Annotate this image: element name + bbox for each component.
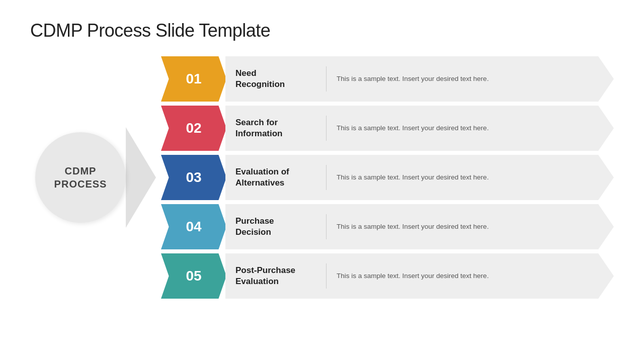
step-divider-5 xyxy=(326,263,327,289)
step-row-2: 02Search for InformationThis is a sample… xyxy=(161,106,614,151)
circle-text-line1: CDMP xyxy=(65,164,97,177)
step-number-4: 04 xyxy=(186,219,201,235)
step-divider-2 xyxy=(326,116,327,141)
page-title: CDMP Process Slide Template xyxy=(30,20,614,41)
step-content-bar-1: Need RecognitionThis is a sample text. I… xyxy=(225,56,614,102)
circle-text-line2: PROCESS xyxy=(54,177,107,191)
cdmp-circle: CDMP PROCESS xyxy=(35,132,126,223)
step-number-shape-2: 02 xyxy=(161,106,226,151)
step-label-1: Need Recognition xyxy=(235,68,316,90)
step-row-3: 03Evaluation of AlternativesThis is a sa… xyxy=(161,155,614,200)
step-description-4: This is a sample text. Insert your desir… xyxy=(337,222,584,232)
step-row-5: 05Post-Purchase EvaluationThis is a samp… xyxy=(161,253,614,299)
step-description-5: This is a sample text. Insert your desir… xyxy=(337,271,584,281)
step-number-5: 05 xyxy=(186,268,201,284)
step-number-shape-5: 05 xyxy=(161,253,226,299)
step-number-3: 03 xyxy=(186,169,201,186)
content-area: CDMP PROCESS 01Need RecognitionThis is a… xyxy=(30,56,614,299)
step-divider-3 xyxy=(326,165,327,190)
step-label-2: Search for Information xyxy=(235,117,316,139)
step-number-shape-4: 04 xyxy=(161,204,226,249)
step-divider-4 xyxy=(326,214,327,239)
step-label-5: Post-Purchase Evaluation xyxy=(235,265,316,287)
step-description-2: This is a sample text. Insert your desir… xyxy=(337,123,584,133)
step-number-2: 02 xyxy=(186,120,201,136)
step-description-3: This is a sample text. Insert your desir… xyxy=(337,172,584,183)
step-label-4: Purchase Decision xyxy=(235,216,316,238)
step-content-bar-2: Search for InformationThis is a sample t… xyxy=(225,106,614,151)
step-label-3: Evaluation of Alternatives xyxy=(235,166,316,189)
triangle-connector xyxy=(126,127,156,228)
circle-container: CDMP PROCESS xyxy=(30,127,131,228)
step-content-bar-4: Purchase DecisionThis is a sample text. … xyxy=(225,204,614,249)
step-content-bar-3: Evaluation of AlternativesThis is a samp… xyxy=(225,155,614,200)
steps-container: 01Need RecognitionThis is a sample text.… xyxy=(161,56,614,299)
step-row-4: 04Purchase DecisionThis is a sample text… xyxy=(161,204,614,249)
slide: CDMP Process Slide Template CDMP PROCESS… xyxy=(0,0,644,362)
step-row-1: 01Need RecognitionThis is a sample text.… xyxy=(161,56,614,102)
step-content-bar-5: Post-Purchase EvaluationThis is a sample… xyxy=(225,253,614,299)
step-number-1: 01 xyxy=(186,71,201,87)
step-number-shape-3: 03 xyxy=(161,155,226,200)
step-divider-1 xyxy=(326,66,327,92)
step-description-1: This is a sample text. Insert your desir… xyxy=(337,74,584,84)
step-number-shape-1: 01 xyxy=(161,56,226,102)
